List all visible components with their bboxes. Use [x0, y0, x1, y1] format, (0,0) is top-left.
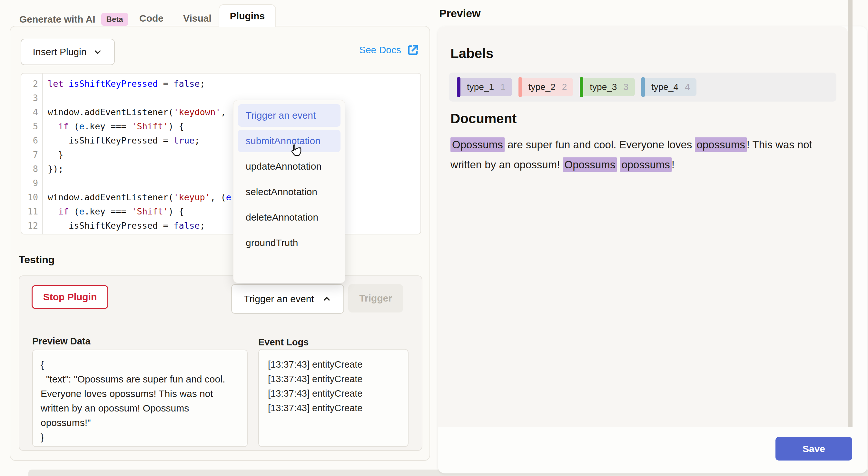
event-log-line: [13:37:43] entityCreate — [268, 372, 408, 386]
tab-plugins[interactable]: Plugins — [219, 4, 276, 27]
code-editor-content[interactable]: let isShiftKeyPressed = false; window.ad… — [42, 73, 231, 234]
labels-bar: type_1 1 type_2 2 type_3 3 type_4 4 — [449, 72, 836, 101]
event-log-line: [13:37:43] entityCreate — [268, 386, 408, 401]
line-number: 2 — [21, 77, 42, 91]
line-number: 7 — [21, 148, 42, 162]
annotation-highlight[interactable]: opossums — [695, 138, 746, 152]
annotation-highlight[interactable]: Opossums — [563, 157, 617, 172]
see-docs-link[interactable]: See Docs — [359, 43, 420, 57]
label-chip-name: type_3 — [590, 82, 617, 92]
code-line[interactable]: if (e.key === 'Shift') { — [48, 119, 231, 133]
insert-plugin-label: Insert Plugin — [33, 47, 87, 57]
save-button[interactable]: Save — [775, 437, 852, 460]
code-line[interactable]: isShiftKeyPressed = true; — [48, 133, 231, 148]
code-line[interactable]: } — [48, 148, 231, 162]
trigger-button[interactable]: Trigger — [348, 284, 403, 313]
menu-item-delete-annotation[interactable]: deleteAnnotation — [238, 206, 340, 229]
code-editor-gutter: 23456789101112 — [21, 73, 42, 234]
chevron-down-icon — [93, 47, 102, 57]
testing-heading: Testing — [19, 254, 55, 266]
document-text[interactable]: Opossums are super fun and cool. Everyon… — [451, 135, 834, 175]
label-color-bar — [457, 77, 460, 97]
line-number: 8 — [21, 162, 42, 176]
vertical-scrollbar[interactable] — [848, 0, 852, 427]
code-line[interactable]: if (e.key === 'Shift') { — [48, 205, 231, 219]
external-link-icon — [406, 43, 420, 57]
preview-heading: Preview — [439, 7, 481, 20]
label-chip-count: 1 — [500, 82, 505, 92]
label-color-bar — [641, 77, 645, 97]
event-dropdown-menu: Trigger an event submitAnnotation update… — [233, 100, 345, 283]
line-number: 3 — [21, 91, 42, 105]
label-chip-type-2[interactable]: type_2 2 — [519, 77, 574, 97]
insert-plugin-button[interactable]: Insert Plugin — [21, 39, 115, 65]
line-number: 6 — [21, 133, 42, 148]
event-logs-label: Event Logs — [258, 337, 309, 348]
see-docs-label: See Docs — [359, 44, 401, 56]
doc-text-segment: ! — [672, 159, 675, 171]
label-chip-count: 2 — [562, 82, 567, 92]
preview-data-textarea[interactable]: { "text": "Opossums are super fun and co… — [32, 350, 248, 447]
line-number: 9 — [21, 176, 42, 190]
label-chip-name: type_4 — [651, 82, 678, 92]
label-chip-type-3[interactable]: type_3 3 — [580, 77, 635, 97]
label-chip-count: 3 — [623, 82, 628, 92]
code-line[interactable] — [48, 91, 231, 105]
label-chip-type-4[interactable]: type_4 4 — [641, 77, 696, 97]
chevron-up-icon — [322, 294, 332, 304]
labels-heading: Labels — [451, 46, 493, 61]
code-line[interactable] — [48, 176, 231, 190]
annotation-highlight[interactable]: Opossums — [451, 138, 505, 152]
annotation-highlight[interactable]: opossums — [620, 157, 671, 172]
code-line[interactable]: let isShiftKeyPressed = false; — [48, 77, 231, 91]
menu-item-submit-annotation[interactable]: submitAnnotation — [238, 130, 340, 152]
tab-visual[interactable]: Visual — [183, 13, 212, 24]
tab-generate-with-ai[interactable]: Generate with AI Beta — [19, 13, 128, 26]
beta-badge: Beta — [101, 13, 128, 26]
doc-text-segment: are super fun and cool. Everyone loves — [505, 139, 695, 151]
label-chip-type-1[interactable]: type_1 1 — [457, 77, 512, 97]
code-line[interactable]: isShiftKeyPressed = false; — [48, 219, 231, 233]
testing-panel: Stop Plugin Trigger an event Trigger Pre… — [19, 275, 423, 451]
line-number: 4 — [21, 105, 42, 119]
line-number: 11 — [21, 205, 42, 219]
label-chip-count: 4 — [685, 82, 690, 92]
line-number: 12 — [21, 219, 42, 233]
line-number: 5 — [21, 119, 42, 133]
code-line[interactable]: window.addEventListener('keyup', (e — [48, 190, 231, 205]
event-logs-box: [13:37:43] entityCreate [13:37:43] entit… — [258, 349, 408, 447]
event-log-line: [13:37:43] entityCreate — [268, 401, 408, 415]
document-heading: Document — [451, 111, 517, 126]
code-line[interactable]: }); — [48, 162, 231, 176]
event-select[interactable]: Trigger an event — [231, 284, 344, 314]
code-editor[interactable]: 23456789101112 let isShiftKeyPressed = f… — [21, 73, 421, 234]
menu-item-trigger-an-event[interactable]: Trigger an event — [238, 104, 340, 127]
label-color-bar — [519, 77, 522, 97]
label-chip-name: type_2 — [528, 82, 556, 92]
plugins-panel: Insert Plugin See Docs 23456789101112 le… — [10, 26, 430, 461]
label-color-bar — [580, 77, 583, 97]
menu-item-ground-truth[interactable]: groundTruth — [238, 232, 340, 254]
event-select-value: Trigger an event — [244, 294, 314, 304]
doc-text-segment — [617, 159, 620, 171]
tab-generate-label: Generate with AI — [19, 14, 95, 25]
label-chip-name: type_1 — [467, 82, 494, 92]
preview-card: Labels type_1 1 type_2 2 type_3 3 — [438, 26, 867, 473]
event-log-line: [13:37:43] entityCreate — [268, 357, 408, 372]
line-number: 10 — [21, 190, 42, 205]
preview-data-label: Preview Data — [32, 336, 91, 347]
tab-code[interactable]: Code — [139, 13, 163, 24]
code-line[interactable]: window.addEventListener('keydown', — [48, 105, 231, 119]
stop-plugin-button[interactable]: Stop Plugin — [32, 285, 108, 309]
menu-item-select-annotation[interactable]: selectAnnotation — [238, 181, 340, 203]
menu-item-update-annotation[interactable]: updateAnnotation — [238, 155, 340, 178]
